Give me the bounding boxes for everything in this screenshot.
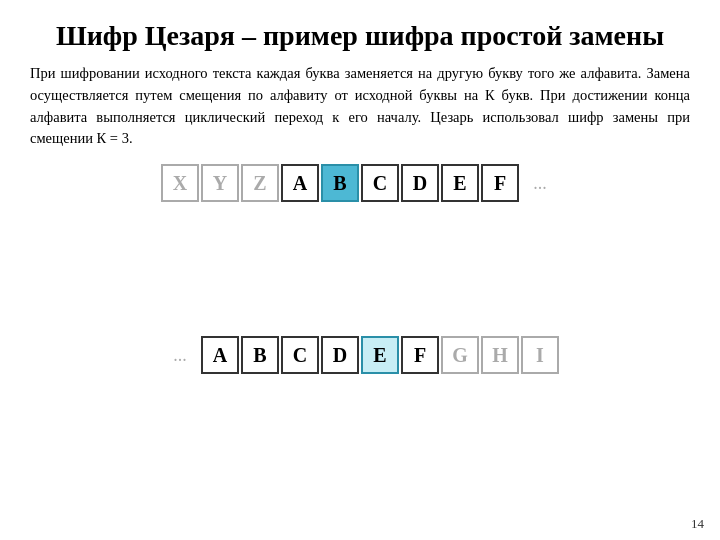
bottom-alphabet-row: ...ABCDEFGHI <box>40 336 680 374</box>
top-letter-cell: E <box>441 164 479 202</box>
top-letter-cell: C <box>361 164 399 202</box>
top-letter-cell: F <box>481 164 519 202</box>
bottom-letter-cell: F <box>401 336 439 374</box>
bottom-letter-cell: A <box>201 336 239 374</box>
top-alphabet-row: XYZABCDEF... <box>40 164 680 202</box>
page: Шифр Цезаря – пример шифра простой замен… <box>0 0 720 540</box>
top-letter-cell: B <box>321 164 359 202</box>
page-title: Шифр Цезаря – пример шифра простой замен… <box>30 18 690 53</box>
bottom-letter-cell: E <box>361 336 399 374</box>
top-letter-cell: Z <box>241 164 279 202</box>
top-letter-cell: D <box>401 164 439 202</box>
top-letter-cell: X <box>161 164 199 202</box>
bottom-letter-cell: ... <box>161 336 199 374</box>
top-letter-cell: ... <box>521 164 559 202</box>
bottom-letter-cell: G <box>441 336 479 374</box>
page-number: 14 <box>691 516 704 532</box>
body-paragraph: При шифровании исходного текста каждая б… <box>30 63 690 150</box>
top-letter-cell: A <box>281 164 319 202</box>
bottom-letter-cell: D <box>321 336 359 374</box>
cipher-diagram: XYZABCDEF... ...ABCDEFGHI <box>40 164 680 384</box>
bottom-letter-cell: H <box>481 336 519 374</box>
bottom-letter-cell: B <box>241 336 279 374</box>
bottom-letter-cell: I <box>521 336 559 374</box>
top-letter-cell: Y <box>201 164 239 202</box>
bottom-letter-cell: C <box>281 336 319 374</box>
